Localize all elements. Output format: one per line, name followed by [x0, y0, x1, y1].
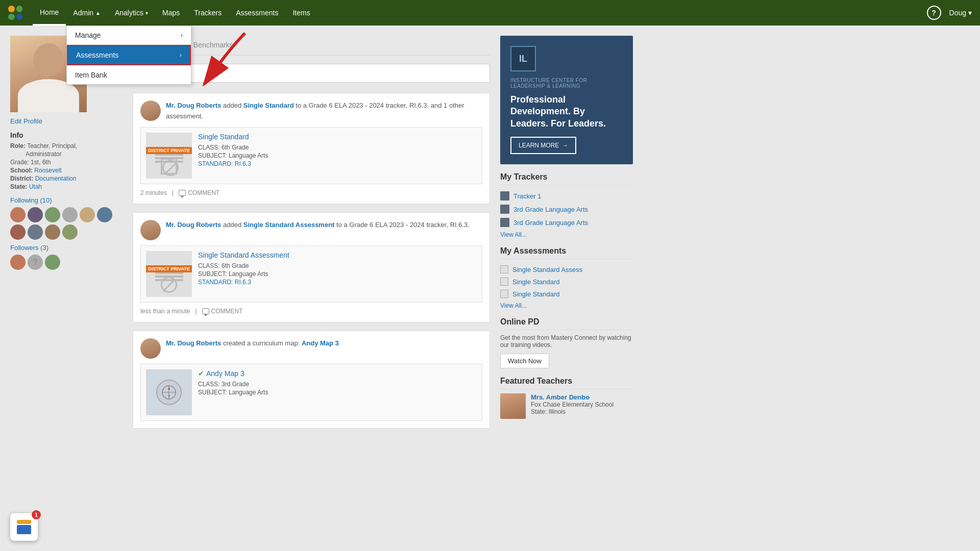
feed-item-type-3[interactable]: Andy Map 3	[302, 339, 339, 347]
feed-item-text: Mr. Doug Roberts added Single Standard t…	[166, 101, 482, 122]
nav-item-maps[interactable]: Maps	[155, 0, 187, 26]
feed-user-2[interactable]: Mr. Doug Roberts	[166, 221, 221, 229]
right-sidebar: IL INSTRUCTURE CENTER FOR LEADERSHIP & L…	[500, 36, 633, 541]
comment-button-2[interactable]: COMMENT	[202, 308, 243, 315]
avatar	[62, 207, 78, 222]
nav-item-admin[interactable]: Admin ▲	[66, 0, 108, 26]
nav-item-items[interactable]: Items	[285, 0, 317, 26]
nav-item-analytics[interactable]: Analytics ▾	[108, 0, 155, 26]
assessment-icon-2	[500, 278, 508, 286]
content-card-info-3: ✔ Andy Map 3 CLASS: 3rd Grade SUBJECT: L…	[198, 369, 268, 415]
featured-teacher-name[interactable]: Mrs. Amber Denbo	[531, 393, 614, 401]
tracker-icon	[500, 191, 509, 201]
feed-item-text-2: Mr. Doug Roberts added Single Standard A…	[166, 220, 470, 240]
district-link[interactable]: Documentation	[35, 175, 77, 182]
bottom-left-widget[interactable]: 1	[10, 513, 38, 541]
assessment-icon-3	[500, 290, 508, 298]
manage-arrow-icon: ›	[181, 32, 183, 39]
dropdown-item-item-bank[interactable]: Item Bank	[67, 65, 191, 84]
avatar	[28, 207, 43, 222]
dropdown-item-manage[interactable]: Manage ›	[67, 26, 191, 45]
watch-now-button[interactable]: Watch Now	[500, 354, 549, 368]
content-card-img-1: DISTRICT PRIVATE	[146, 133, 192, 179]
content-card-title-3[interactable]: Andy Map 3	[206, 369, 244, 378]
nav-logo[interactable]	[8, 6, 22, 20]
notification-badge: 1	[32, 510, 41, 519]
followers-avatars: ?	[10, 255, 122, 270]
avatar	[10, 224, 26, 240]
ad-logo-text: IL	[519, 54, 527, 64]
content-card-img-3	[146, 369, 192, 415]
nav-item-assessments[interactable]: Assessments	[229, 0, 285, 26]
avatar	[45, 207, 60, 222]
following-link[interactable]: Following (10)	[10, 196, 122, 204]
help-button[interactable]: ?	[927, 6, 941, 20]
feed-user-3[interactable]: Mr. Doug Roberts	[166, 339, 221, 347]
content-card-info-1: Single Standard CLASS: 6th Grade SUBJECT…	[198, 133, 268, 179]
my-assessments-section: My Assessments Single Standard Assess Si…	[500, 246, 633, 309]
nav-item-home[interactable]: Home	[33, 0, 66, 26]
online-pd-title: Online PD	[500, 317, 633, 330]
tab-benchmarks[interactable]: Benchmarks	[185, 36, 241, 55]
content-card-title-1[interactable]: Single Standard	[198, 133, 268, 141]
tracker-item-3[interactable]: 3rd Grade Language Arts	[500, 216, 633, 229]
feed-item-3: Mr. Doug Roberts created a curriculum ma…	[133, 331, 490, 429]
user-menu[interactable]: Doug ▾	[949, 9, 972, 17]
feed-item-type-1[interactable]: Single Standard	[243, 102, 294, 109]
info-district: District: Documentation	[10, 175, 122, 182]
ad-subtitle: INSTRUCTURE CENTER FOR LEADERSHIP & LEAR…	[510, 78, 623, 89]
avatar	[45, 255, 60, 270]
info-section: Info Role: Teacher, Principal, Administr…	[10, 131, 122, 190]
info-state: State: Utah	[10, 183, 122, 190]
state-link[interactable]: Utah	[29, 183, 42, 190]
avatar: ?	[28, 255, 43, 270]
top-nav: Home Admin ▲ Analytics ▾ Maps Trackers A…	[0, 0, 980, 26]
tracker-item-2[interactable]: 3rd Grade Language Arts	[500, 203, 633, 216]
feed-avatar	[140, 101, 161, 121]
assessment-item-2[interactable]: Single Standard	[500, 276, 633, 288]
featured-avatar	[500, 393, 526, 419]
my-trackers-section: My Trackers Tracker 1 3rd Grade Language…	[500, 172, 633, 238]
content-card-title-2[interactable]: Single Standard Assessment	[198, 251, 289, 259]
feed-item-footer-2: less than a minute | COMMENT	[140, 308, 482, 315]
assessment-item-1[interactable]: Single Standard Assess	[500, 263, 633, 276]
content-card-img-2: DISTRICT PRIVATE	[146, 251, 192, 297]
svg-marker-5	[168, 395, 170, 398]
featured-teacher-state: State: Illinois	[531, 408, 614, 415]
featured-teacher: Mrs. Amber Denbo Fox Chase Elementary Sc…	[500, 393, 633, 419]
tracker-item-1[interactable]: Tracker 1	[500, 189, 633, 203]
school-link[interactable]: Roosevelt	[34, 167, 61, 174]
feed-content-card-1: DISTRICT PRIVATE Single Standard CLASS	[140, 127, 482, 184]
online-pd-section: Online PD Get the most from Mastery Conn…	[500, 317, 633, 377]
feed-item-2: Mr. Doug Roberts added Single Standard A…	[133, 212, 490, 322]
comment-button-1[interactable]: COMMENT	[179, 189, 219, 196]
avatar	[97, 207, 112, 222]
svg-marker-4	[168, 386, 170, 390]
comment-icon-2	[202, 308, 209, 314]
dropdown-menu: Manage › Assessments › Item Bank	[66, 26, 191, 85]
feed-item-type-2[interactable]: Single Standard Assessment	[243, 221, 335, 229]
following-section: Following (10)	[10, 196, 122, 240]
followers-link[interactable]: Followers (3)	[10, 244, 122, 252]
ad-learn-more-button[interactable]: LEARN MORE →	[510, 137, 576, 154]
admin-arrow-icon: ▲	[95, 10, 101, 16]
featured-info: Mrs. Amber Denbo Fox Chase Elementary Sc…	[531, 393, 614, 415]
trackers-section-title: My Trackers	[500, 172, 633, 185]
nav-item-trackers[interactable]: Trackers	[187, 0, 229, 26]
info-title: Info	[10, 131, 122, 139]
assessment-item-3[interactable]: Single Standard	[500, 288, 633, 300]
dropdown-item-assessments[interactable]: Assessments ›	[67, 45, 191, 65]
edit-profile-link[interactable]: Edit Profile	[10, 117, 122, 125]
feed-item-to-2: to a Grade 6 ELA 2023 - 2024 tracker, RI…	[336, 221, 470, 229]
trackers-view-all-link[interactable]: View All...	[500, 231, 633, 238]
feed-user-1[interactable]: Mr. Doug Roberts	[166, 102, 221, 109]
assessment-icon-1	[500, 265, 508, 273]
avatar	[28, 224, 43, 240]
feed-item-footer-1: 2 minutes | COMMENT	[140, 189, 482, 196]
avatar	[80, 207, 95, 222]
left-sidebar: Edit Profile Info Role: Teacher, Princip…	[10, 36, 122, 541]
feed-content-card-2: DISTRICT PRIVATE Single Standard Assessm…	[140, 245, 482, 303]
feed-item: Mr. Doug Roberts added Single Standard t…	[133, 93, 490, 204]
assessments-view-all-link[interactable]: View All...	[500, 302, 633, 309]
avatar	[10, 207, 26, 222]
